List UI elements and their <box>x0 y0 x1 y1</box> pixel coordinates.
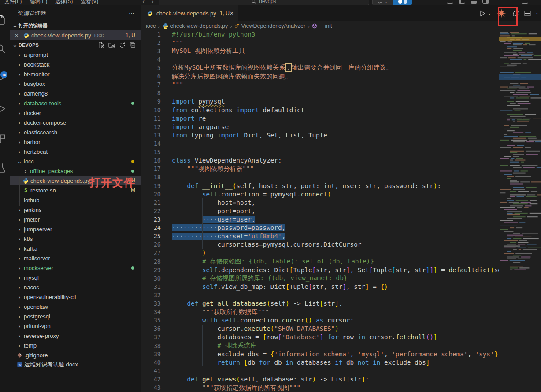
chevron-right-icon: › <box>16 129 23 136</box>
tree-item-label: nacos <box>24 284 39 291</box>
git-status-dot <box>131 102 134 105</box>
tree-item-iothub[interactable]: ›iothub <box>10 195 141 205</box>
tab-check-view-depends[interactable]: check-view-depends.py 1, U × <box>141 5 238 21</box>
editor-more-actions-icon[interactable]: ⋯ <box>536 9 538 18</box>
menu-edit[interactable]: 编辑(E) <box>30 0 47 5</box>
command-center-search[interactable]: devops <box>159 0 369 5</box>
tree-item--gitignore[interactable]: .gitignore <box>10 350 141 360</box>
chat-button[interactable]: ⌄ <box>372 0 393 5</box>
open-editor-item[interactable]: × check-view-depends.py iocc 1, U <box>10 30 141 40</box>
tree-item-docker[interactable]: ›docker <box>10 108 141 118</box>
chevron-right-icon: › <box>22 168 29 174</box>
menu-selection[interactable]: 选择(S) <box>55 0 73 5</box>
tree-item-dameng8[interactable]: ›dameng8 <box>10 89 141 98</box>
tree-item-mailserver[interactable]: ›mailserver <box>10 253 141 263</box>
nav-back-icon[interactable]: ‹ <box>142 0 145 5</box>
toggle-secondary-sidebar-icon[interactable] <box>482 0 489 4</box>
open-editors-title: 打开的编辑器 <box>19 22 48 29</box>
refresh-icon[interactable] <box>119 42 126 48</box>
nav-forward-icon[interactable]: › <box>152 0 154 5</box>
code-line-32: 32 <box>141 291 499 299</box>
tree-item-postgresql[interactable]: ›postgresql <box>10 311 141 321</box>
code-line-1: 1#!/usr/bin/env python3 <box>141 30 499 38</box>
toggle-panel-icon[interactable] <box>471 0 477 4</box>
tree-item-bookstack[interactable]: ›bookstack <box>10 59 141 69</box>
run-dropdown-icon[interactable]: ⌄ <box>488 11 491 15</box>
tree-item-kafka[interactable]: ›kafka <box>10 244 141 253</box>
tab-bar: check-view-depends.py 1, U × ⌄ ⋯ <box>141 5 541 21</box>
close-icon[interactable]: × <box>15 32 23 39</box>
git-status-dot <box>131 266 134 270</box>
code-line-27: 27 ) <box>141 249 499 257</box>
chevron-right-icon: › <box>16 303 23 310</box>
tab-title: check-view-depends.py <box>156 10 216 17</box>
tree-item-label: .gitignore <box>24 352 48 359</box>
code-line-38: 38 # 排除系统库 <box>141 341 499 350</box>
code-line-34: 34 """获取所有数据库""" <box>141 308 499 316</box>
breadcrumb-folder[interactable]: iocc <box>146 23 156 29</box>
chevron-right-icon: › <box>16 236 23 242</box>
tree-item-openclaw[interactable]: ›openclaw <box>10 302 141 311</box>
tree-item-jmeter[interactable]: ›jmeter <box>10 214 141 224</box>
split-editor-icon[interactable] <box>524 10 531 17</box>
explorer-more-actions-icon[interactable]: ⋯ <box>129 10 135 17</box>
copilot-icon <box>398 0 402 4</box>
tab-dirty-badge: 1, U <box>220 10 230 16</box>
explorer-icon[interactable] <box>0 14 8 27</box>
tree-item-a-iprompt[interactable]: ›a-iprompt <box>10 50 141 59</box>
python-file-icon <box>22 178 30 184</box>
tree-item-reverse-proxy[interactable]: ›reverse-proxy <box>10 331 141 340</box>
tree-item-bt-monitor[interactable]: ›bt-monitor <box>10 69 141 79</box>
code-line-36: 36 cursor.execute("SHOW DATABASES") <box>141 325 499 333</box>
tree-item-elasticsearch[interactable]: ›elasticsearch <box>10 127 141 137</box>
window-restore-icon[interactable] <box>522 0 528 4</box>
tree-item-jumpserver[interactable]: ›jumpserver <box>10 224 141 234</box>
tree-item-temp[interactable]: ›temp <box>10 340 141 350</box>
search-icon <box>252 0 256 4</box>
minimap[interactable] <box>499 30 541 392</box>
breadcrumb-class[interactable]: ViewDependencyAnalyzer <box>234 23 306 29</box>
code-line-24: 24············password=password, <box>141 224 499 232</box>
tree-item-offline-packages[interactable]: ›offline_packages <box>10 166 141 176</box>
breadcrumb-file[interactable]: check-view-depends.py <box>162 23 228 30</box>
new-folder-icon[interactable] <box>108 42 115 48</box>
tree-item-label: busybox <box>24 81 45 87</box>
tree-item-pritunl-vpn[interactable]: ›pritunl-vpn <box>10 321 141 331</box>
breadcrumb-method[interactable]: __init__ <box>312 23 338 29</box>
tab-close-icon[interactable]: × <box>230 10 233 17</box>
tree-item-mysql[interactable]: ›mysql <box>10 273 141 282</box>
tree-item-harbor[interactable]: ›harbor <box>10 137 141 147</box>
collapse-all-icon[interactable] <box>130 42 136 48</box>
copilot-toggle-button[interactable] <box>393 0 412 5</box>
run-debug-icon[interactable] <box>0 103 8 116</box>
tree-item-nacos[interactable]: ›nacos <box>10 282 141 292</box>
tree-item-k8s[interactable]: ›k8s <box>10 234 141 244</box>
devops-section-header[interactable]: ⌄ DEVOPS <box>10 40 141 50</box>
menu-view[interactable]: 查看(V) <box>81 0 98 5</box>
code-editor[interactable]: 1#!/usr/bin/env python32"""3MySQL 视图依赖分析… <box>141 30 499 392</box>
tree-item-hertzbeat[interactable]: ›hertzbeat <box>10 147 141 156</box>
code-line-26: 26 cursorclass=pymysql.cursors.DictCurso… <box>141 240 499 249</box>
tree-item-busybox[interactable]: ›busybox <box>10 79 141 89</box>
test-beaker-icon[interactable] <box>0 162 8 175</box>
tree-item-iocc[interactable]: ⌄iocc <box>10 156 141 166</box>
tree-item-docker-compose[interactable]: ›docker-compose <box>10 118 141 127</box>
tree-item-database-tools[interactable]: ›database-tools <box>10 98 141 108</box>
open-editors-section-header[interactable]: ⌄ 打开的编辑器 <box>10 21 141 30</box>
new-file-icon[interactable] <box>98 42 104 48</box>
tree-item-open-vulnerability-cli[interactable]: ›open-vulnerability-cli <box>10 292 141 302</box>
menu-file[interactable]: 文件(F) <box>4 0 22 5</box>
code-line-4: 4 <box>141 55 499 63</box>
tree-item-mockserver[interactable]: ›mockserver <box>10 263 141 273</box>
python-file-icon <box>162 23 169 30</box>
search-view-icon[interactable] <box>0 43 8 56</box>
customize-layout-icon[interactable] <box>447 0 453 4</box>
toggle-sidebar-icon[interactable] <box>459 0 465 4</box>
tree-item--docx[interactable]: W运维知识考试题.docx <box>10 360 141 370</box>
run-python-icon[interactable] <box>478 10 486 17</box>
scm-badge: 10 <box>0 71 7 78</box>
extensions-icon[interactable] <box>0 133 8 146</box>
chat-bubble-icon <box>378 0 383 4</box>
tree-item-jenkins[interactable]: ›jenkins <box>10 205 141 214</box>
chevron-right-icon: › <box>16 226 23 233</box>
